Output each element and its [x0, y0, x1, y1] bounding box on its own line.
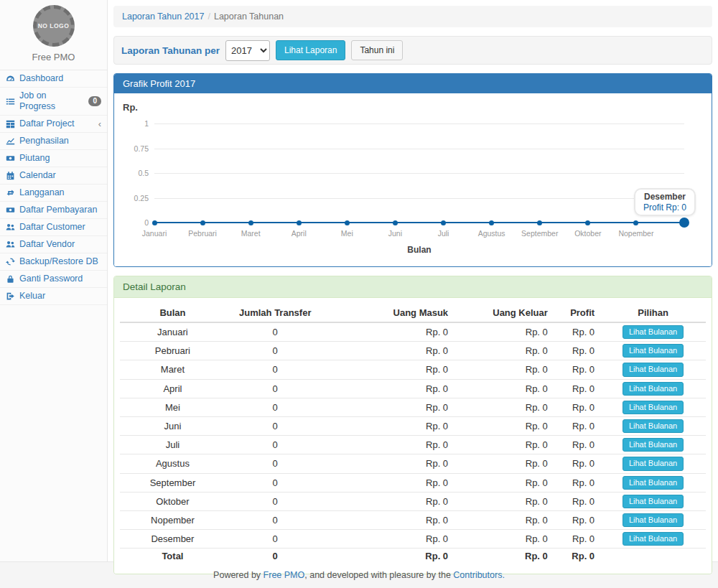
report-table: Bulan Jumlah Transfer Uang Masuk Uang Ke… — [120, 304, 706, 564]
no-logo-badge: NO LOGO — [33, 5, 75, 47]
money-icon — [6, 205, 15, 215]
x-tick: Nopember — [618, 229, 653, 238]
table-row: Juni 0 Rp. 0 Rp. 0 Rp. 0 Lihat Bulanan — [120, 416, 706, 435]
table-row: April 0 Rp. 0 Rp. 0 Rp. 0 Lihat Bulanan — [120, 379, 706, 398]
chart-x-axis-title: Bulan — [407, 245, 431, 255]
x-tick: Januari — [142, 229, 167, 238]
sidebar-item-daftar-pembayaran[interactable]: Daftar Pembayaran — [0, 202, 107, 219]
money-icon — [6, 154, 15, 163]
col-header-masuk: Uang Masuk — [325, 304, 454, 322]
x-tick: Agustus — [478, 229, 505, 238]
breadcrumb: Laporan Tahun 2017/Laporan Tahunan — [113, 6, 712, 27]
users-icon — [6, 223, 15, 232]
sidebar-item-calendar[interactable]: Calendar — [0, 167, 107, 185]
sidebar-item-daftar-customer[interactable]: Daftar Customer — [0, 219, 107, 236]
sidebar-item-job-on-progress[interactable]: Job on Progress 0 — [0, 88, 107, 116]
breadcrumb-current: Laporan Tahunan — [214, 11, 284, 22]
line-chart-icon — [6, 136, 15, 146]
tooltip-month: Desember — [643, 192, 686, 202]
sidebar-menu: Dashboard Job on Progress 0 Daftar Proje… — [0, 70, 107, 305]
detail-panel-title: Detail Laporan — [114, 276, 712, 298]
y-tick: 0.5 — [118, 169, 149, 177]
chart-y-axis-label: Rp. — [123, 102, 138, 113]
profit-chart-panel: Grafik Profit 2017 Rp. 1 0.75 0.5 0.25 0 — [113, 73, 712, 267]
year-filter-bar: Laporan Tahunan per 2017 Lihat Laporan T… — [113, 36, 712, 65]
lihat-bulanan-button[interactable]: Lihat Bulanan — [623, 419, 684, 433]
data-point-mei[interactable] — [345, 220, 350, 225]
x-tick: Juli — [438, 229, 449, 238]
y-tick: 0 — [118, 218, 149, 227]
x-tick: Oktober — [574, 229, 601, 238]
col-header-keluar: Uang Keluar — [454, 304, 554, 322]
table-row: Juli 0 Rp. 0 Rp. 0 Rp. 0 Lihat Bulanan — [120, 436, 706, 454]
lihat-bulanan-button[interactable]: Lihat Bulanan — [623, 382, 684, 396]
data-point-agustus[interactable] — [489, 220, 494, 225]
sidebar-item-piutang[interactable]: Piutang — [0, 150, 107, 167]
data-point-nopember[interactable] — [633, 220, 638, 225]
gridline — [154, 173, 684, 174]
x-tick: Mei — [341, 229, 353, 238]
footer-text-1: Powered by — [213, 570, 263, 580]
chevron-left-icon: ‹ — [98, 121, 101, 128]
data-point-juli[interactable] — [441, 220, 446, 225]
gridline — [154, 198, 684, 199]
table-total-row: Total 0 Rp. 0 Rp. 0 Rp. 0 — [120, 549, 706, 564]
lihat-bulanan-button[interactable]: Lihat Bulanan — [623, 325, 684, 339]
lihat-bulanan-button[interactable]: Lihat Bulanan — [623, 401, 684, 414]
lihat-bulanan-button[interactable]: Lihat Bulanan — [623, 495, 684, 508]
x-tick: April — [292, 229, 307, 238]
data-point-desember-hovered[interactable] — [679, 218, 689, 228]
brand-name: Free PMO — [0, 52, 107, 62]
lihat-bulanan-button[interactable]: Lihat Bulanan — [623, 513, 684, 527]
tahun-ini-button[interactable]: Tahun ini — [351, 40, 403, 60]
sidebar-item-ganti-password[interactable]: Ganti Password — [0, 271, 107, 288]
sidebar-item-langganan[interactable]: Langganan — [0, 185, 107, 202]
table-row: September 0 Rp. 0 Rp. 0 Rp. 0 Lihat Bula… — [120, 473, 706, 492]
chart-panel-title: Grafik Profit 2017 — [114, 74, 712, 93]
job-count-badge: 0 — [88, 96, 101, 106]
data-point-september[interactable] — [537, 220, 542, 225]
report-table-wrap: Bulan Jumlah Transfer Uang Masuk Uang Ke… — [114, 298, 712, 574]
sidebar-item-daftar-project[interactable]: Daftar Project ‹ — [0, 116, 107, 133]
col-header-profit: Profit — [554, 304, 600, 322]
lihat-bulanan-button[interactable]: Lihat Bulanan — [623, 532, 684, 546]
filter-label: Laporan Tahunan per — [121, 45, 220, 56]
page: NO LOGO Free PMO Dashboard Job on Progre… — [0, 0, 718, 561]
col-header-bulan: Bulan — [120, 304, 225, 322]
footer-link-contributors[interactable]: Contributors. — [453, 570, 505, 580]
lihat-bulanan-button[interactable]: Lihat Bulanan — [623, 363, 684, 376]
brand-block: NO LOGO Free PMO — [0, 0, 107, 70]
data-point-januari[interactable] — [152, 220, 157, 225]
lihat-laporan-button[interactable]: Lihat Laporan — [276, 40, 345, 60]
data-point-juni[interactable] — [393, 220, 398, 225]
profit-series-line — [154, 222, 684, 223]
gridline — [154, 123, 684, 124]
lock-icon — [6, 274, 15, 284]
lihat-bulanan-button[interactable]: Lihat Bulanan — [623, 457, 684, 470]
data-point-oktober[interactable] — [585, 220, 590, 225]
lihat-bulanan-button[interactable]: Lihat Bulanan — [623, 438, 684, 452]
breadcrumb-link-laporan-tahun[interactable]: Laporan Tahun 2017 — [122, 11, 204, 22]
y-tick: 1 — [118, 119, 149, 128]
y-tick: 0.75 — [118, 144, 149, 153]
x-tick: Pebruari — [188, 229, 217, 238]
year-select[interactable]: 2017 — [225, 40, 270, 61]
lihat-bulanan-button[interactable]: Lihat Bulanan — [623, 344, 684, 358]
dashboard-icon — [6, 74, 15, 83]
sidebar-item-penghasilan[interactable]: Penghasilan — [0, 133, 107, 150]
lihat-bulanan-button[interactable]: Lihat Bulanan — [623, 476, 684, 490]
sidebar-item-backup-restore-db[interactable]: Backup/Restore DB — [0, 253, 107, 271]
footer-link-free-pmo[interactable]: Free PMO — [264, 570, 305, 580]
users-icon — [6, 240, 15, 249]
sidebar-item-dashboard[interactable]: Dashboard — [0, 70, 107, 88]
sidebar-item-keluar[interactable]: Keluar — [0, 288, 107, 305]
table-row: Maret 0 Rp. 0 Rp. 0 Rp. 0 Lihat Bulanan — [120, 360, 706, 379]
chart-tooltip: Desember Profit Rp: 0 — [634, 188, 696, 216]
data-point-maret[interactable] — [248, 220, 253, 225]
data-point-pebruari[interactable] — [200, 220, 205, 225]
main-content: Laporan Tahun 2017/Laporan Tahunan Lapor… — [108, 0, 718, 561]
table-row: Mei 0 Rp. 0 Rp. 0 Rp. 0 Lihat Bulanan — [120, 398, 706, 416]
table-row: Pebruari 0 Rp. 0 Rp. 0 Rp. 0 Lihat Bulan… — [120, 342, 706, 360]
data-point-april[interactable] — [297, 220, 302, 225]
sidebar-item-daftar-vendor[interactable]: Daftar Vendor — [0, 236, 107, 253]
